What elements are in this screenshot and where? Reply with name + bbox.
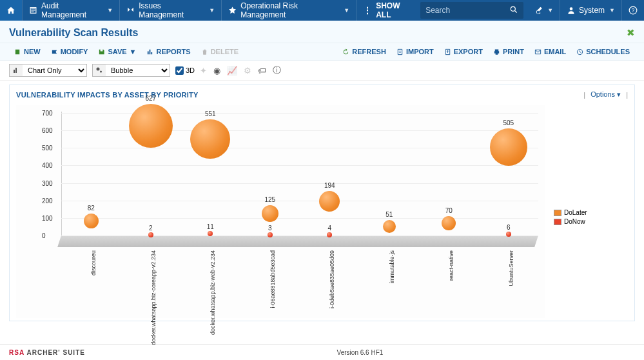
data-label: 82 [88, 205, 95, 212]
help-button[interactable]: ? [621, 0, 644, 21]
show-all-button[interactable]: ⋮ SHOW ALL [356, 0, 420, 21]
y-tick-label: 100 [42, 214, 53, 221]
chevron-down-icon: ▼ [130, 48, 137, 55]
y-tick-label: 600 [42, 127, 53, 134]
version-label: Version 6.6 HF1 [337, 349, 384, 356]
bubble-dolater[interactable] [490, 128, 527, 166]
more-icon: ⋮ [363, 5, 372, 15]
search-box [420, 2, 523, 19]
data-label: 3 [268, 225, 272, 232]
home-button[interactable] [0, 0, 22, 21]
reports-button[interactable]: REPORTS [141, 46, 195, 57]
page-title-bar: Vulnerability Scan Results ✖ [0, 21, 644, 43]
search-input[interactable] [420, 6, 504, 15]
nav-label: Operational Risk Management [240, 1, 338, 19]
x-tick-label: react-native [448, 250, 454, 281]
footer: RSA ARCHER' SUITE Version 6.6 HF1 [0, 345, 644, 360]
action-toolbar: NEW MODIFY SAVE▼ REPORTS DELETE REFRESH … [0, 43, 644, 61]
bubble-donow[interactable] [268, 232, 273, 237]
data-label: 2 [149, 225, 153, 232]
data-label: 11 [207, 223, 214, 230]
bubble-dolater[interactable] [84, 214, 99, 228]
chart-panel: VULNERABILITY IMPACTS BY ASSET BY PRIORI… [9, 85, 635, 321]
nav-operational-risk[interactable]: Operational Risk Management ▼ [222, 0, 356, 21]
close-icon[interactable]: ✖ [627, 27, 635, 39]
new-button[interactable]: NEW [9, 46, 46, 57]
data-label: 4 [327, 225, 331, 232]
y-tick-label: 500 [42, 145, 53, 152]
chart-plot-area: 010020030040050060070082discoureu6272doc… [16, 105, 545, 318]
refresh-button[interactable]: REFRESH [337, 46, 391, 57]
chart-type-icon [92, 64, 106, 77]
bubble-dolater[interactable] [442, 216, 456, 230]
data-label: 6 [507, 224, 511, 231]
svg-text:?: ? [632, 8, 635, 14]
svg-point-0 [511, 6, 516, 11]
svg-point-1 [570, 7, 573, 10]
bubble-dolater[interactable] [129, 104, 173, 148]
chart-mode-icon [9, 64, 23, 77]
export-button[interactable]: EXPORT [439, 46, 488, 57]
view-mode-select[interactable]: Chart Only [23, 64, 87, 77]
data-label: 627 [145, 95, 156, 102]
chevron-down-icon: ▼ [107, 7, 113, 14]
chevron-down-icon: ▼ [344, 7, 349, 14]
svg-point-6 [100, 71, 102, 73]
bubble-dolater[interactable] [383, 220, 396, 233]
info-icon[interactable]: ⓘ [273, 65, 281, 76]
top-nav: Audit Management ▼ Issues Management ▼ O… [0, 0, 644, 21]
nav-audit-management[interactable]: Audit Management ▼ [23, 0, 119, 21]
chevron-down-icon: ▾ [617, 90, 621, 98]
legend-item: DoLater [554, 208, 587, 217]
chart-legend: DoLater DoNow [554, 208, 587, 318]
modify-button[interactable]: MODIFY [46, 46, 93, 57]
bubble-dolater[interactable] [319, 191, 340, 212]
save-button[interactable]: SAVE▼ [93, 46, 141, 57]
search-icon[interactable] [504, 5, 523, 16]
chevron-down-icon: ▼ [209, 7, 215, 14]
x-tick-label: immutable-js [389, 250, 395, 283]
x-tick-label: discoureu [90, 250, 97, 275]
bubble-dolater[interactable] [190, 119, 230, 159]
x-tick-label: UbuntuServer [508, 250, 514, 286]
legend-item: DoNow [554, 217, 587, 226]
x-tick-label: docker.whatsapp.biz-coreapp-v2.234 [150, 250, 157, 345]
bubble-dolater[interactable] [262, 205, 278, 222]
data-label: 194 [324, 182, 335, 189]
y-tick-label: 300 [42, 179, 53, 186]
y-tick-label: 200 [42, 197, 53, 204]
legend-swatch [554, 210, 561, 216]
settings-icon: ⚙ [244, 66, 251, 75]
schedules-button[interactable]: SCHEDULES [571, 46, 635, 57]
email-button[interactable]: EMAIL [529, 46, 571, 57]
chevron-down-icon: ▼ [547, 7, 553, 14]
brand-logo: RSA ARCHER' SUITE [9, 349, 85, 356]
delete-button: DELETE [196, 46, 244, 57]
data-label: 551 [205, 110, 216, 117]
print-button[interactable]: PRINT [488, 46, 529, 57]
show-all-label: SHOW ALL [376, 1, 414, 19]
user-menu[interactable]: System ▼ [560, 0, 621, 21]
page-title: Vulnerability Scan Results [9, 27, 138, 39]
threeD-toggle[interactable]: 3D [175, 66, 195, 75]
tag-icon[interactable]: 🏷 [258, 66, 266, 75]
nav-issues-management[interactable]: Issues Management ▼ [120, 0, 221, 21]
import-button[interactable]: IMPORT [391, 46, 439, 57]
x-tick-label: docker.whatsapp.biz-web-v2.234 [210, 250, 216, 335]
data-label: 125 [264, 196, 275, 203]
chart-toolbar: Chart Only Bubble 3D ✦ ◉ 📈 ⚙ 🏷 ⓘ [0, 61, 644, 81]
tools-button[interactable]: ▼ [527, 0, 560, 21]
x-tick-label: i-06ae8818abd5e3cad [269, 250, 276, 308]
chart-floor [57, 235, 538, 247]
trend-icon[interactable]: 📈 [227, 66, 237, 75]
nav-label: Issues Management [139, 1, 204, 19]
chevron-down-icon: ▼ [609, 7, 615, 14]
y-tick-label: 0 [42, 232, 46, 239]
legend-swatch [554, 219, 561, 225]
data-label: 51 [385, 211, 393, 218]
chart-type-select[interactable]: Bubble [106, 64, 170, 77]
chart-options-button[interactable]: Options ▾ [590, 90, 621, 99]
user-label: System [579, 6, 605, 15]
eye-icon[interactable]: ◉ [213, 66, 220, 75]
wand-icon: ✦ [200, 66, 207, 75]
